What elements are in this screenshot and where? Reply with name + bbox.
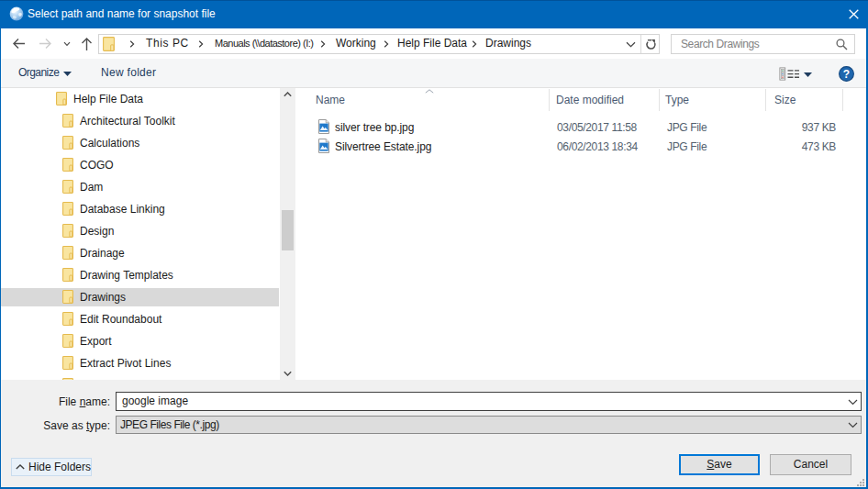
svg-text:?: ? — [843, 68, 850, 81]
